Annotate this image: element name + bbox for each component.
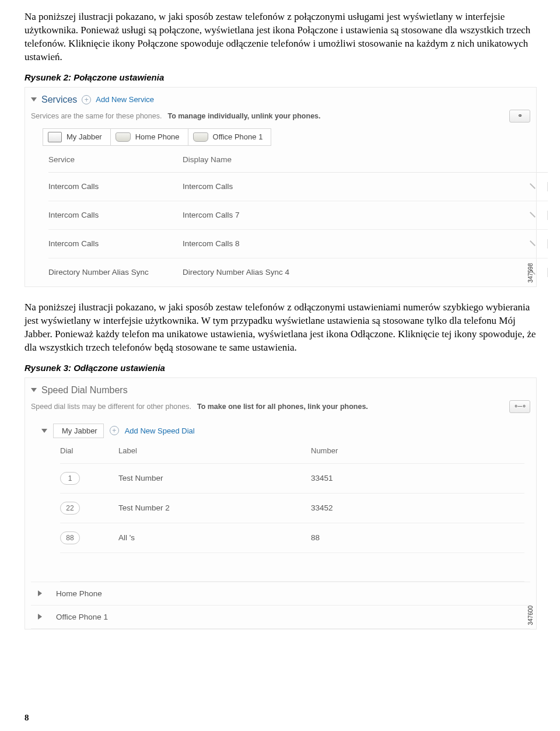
services-note-a: Services are the same for these phones. — [31, 112, 162, 120]
col-service: Service — [48, 155, 183, 164]
device-home-phone[interactable]: Home Phone — [31, 582, 530, 605]
service-row: Directory Number Alias Sync Directory Nu… — [48, 258, 548, 286]
edit-icon[interactable] — [528, 182, 537, 190]
collapse-icon[interactable] — [41, 429, 47, 433]
para-2: Na poniższej ilustracji pokazano, w jaki… — [24, 301, 537, 355]
add-speed-dial-link[interactable]: Add New Speed Dial — [125, 426, 195, 435]
device-label: Home Phone — [56, 589, 102, 598]
chip-label: My Jabber — [62, 426, 97, 435]
collapse-icon[interactable] — [31, 388, 37, 392]
edit-icon[interactable] — [528, 239, 537, 247]
sd-row: 22 Test Number 2 33452 — [60, 494, 524, 523]
tab-office-phone[interactable]: Office Phone 1 — [188, 128, 272, 146]
sd-note-a: Speed dial lists may be different for ot… — [31, 403, 191, 411]
device-office-phone[interactable]: Office Phone 1 — [31, 605, 530, 629]
tab-my-jabber[interactable]: My Jabber — [43, 128, 111, 146]
expand-icon[interactable] — [38, 614, 42, 620]
divider — [547, 239, 548, 249]
figure-3-caption: Rysunek 3: Odłączone ustawienia — [24, 363, 537, 373]
figure-id: 347598 — [527, 263, 534, 282]
link-button[interactable]: ⚬─⚬ — [509, 400, 530, 413]
col-label: Label — [118, 446, 311, 455]
jabber-icon — [48, 132, 62, 142]
sd-row: 88 All 's 88 — [60, 523, 524, 553]
device-label: Office Phone 1 — [56, 613, 108, 621]
cell: Intercom Calls 8 — [183, 239, 513, 248]
edit-icon[interactable] — [528, 211, 537, 219]
services-panel: Services + Add New Service Services are … — [24, 87, 537, 287]
sd-row: 1 Test Number 33451 — [60, 464, 524, 494]
tab-label: Office Phone 1 — [213, 132, 263, 141]
cell: Intercom Calls — [48, 182, 183, 191]
figure-2-caption: Rysunek 2: Połączone ustawienia — [24, 72, 537, 82]
dial-badge: 22 — [60, 502, 80, 515]
service-row: Intercom Calls Intercom Calls 7 — [48, 201, 548, 230]
jabber-chip[interactable]: My Jabber — [53, 424, 104, 438]
figure-id: 347600 — [527, 606, 534, 625]
cell: Intercom Calls — [183, 182, 513, 191]
col-dial: Dial — [60, 446, 118, 455]
cell: Intercom Calls — [48, 239, 183, 248]
collapse-icon[interactable] — [31, 97, 37, 102]
para-1: Na poniższej ilustracji pokazano, w jaki… — [24, 11, 537, 64]
col-number: Number — [311, 446, 524, 455]
tab-label: Home Phone — [135, 132, 180, 141]
service-row: Intercom Calls Intercom Calls — [48, 173, 548, 201]
dial-badge: 1 — [60, 472, 80, 485]
cell: Intercom Calls — [48, 211, 183, 219]
cell: 33451 — [311, 474, 524, 482]
divider — [547, 182, 548, 191]
cell: Test Number — [118, 474, 311, 482]
tab-home-phone[interactable]: Home Phone — [111, 128, 188, 146]
expand-icon[interactable] — [38, 590, 42, 596]
plus-icon[interactable]: + — [110, 426, 119, 435]
unlink-button[interactable]: ⚭ — [509, 110, 530, 123]
link-icon: ⚭ — [517, 112, 522, 120]
col-display: Display Name — [183, 155, 513, 164]
cell: Directory Number Alias Sync — [48, 268, 183, 277]
cell: Intercom Calls 7 — [183, 211, 513, 219]
dial-badge: 88 — [60, 531, 80, 544]
services-note-b: To manage individually, unlink your phon… — [167, 112, 320, 120]
add-service-link[interactable]: Add New Service — [96, 95, 154, 104]
service-row: Intercom Calls Intercom Calls 8 — [48, 230, 548, 258]
tab-label: My Jabber — [66, 132, 102, 141]
empty-row — [60, 553, 524, 582]
cell: Directory Number Alias Sync 4 — [183, 268, 513, 277]
cell: All 's — [118, 533, 311, 542]
services-title: Services — [41, 95, 77, 105]
plus-icon[interactable]: + — [82, 95, 91, 104]
divider — [547, 268, 548, 277]
cell: Test Number 2 — [118, 503, 311, 512]
page-number: 8 — [24, 713, 29, 723]
sd-note-b: To make one list for all phones, link yo… — [197, 403, 368, 411]
speed-dial-title: Speed Dial Numbers — [41, 385, 128, 396]
divider — [547, 211, 548, 220]
cell: 33452 — [311, 503, 524, 512]
unlink-icon: ⚬─⚬ — [513, 403, 527, 410]
speed-dial-panel: Speed Dial Numbers Speed dial lists may … — [24, 377, 537, 629]
phone-icon — [116, 132, 131, 142]
cell: 88 — [311, 533, 524, 542]
phone-icon — [193, 132, 208, 142]
